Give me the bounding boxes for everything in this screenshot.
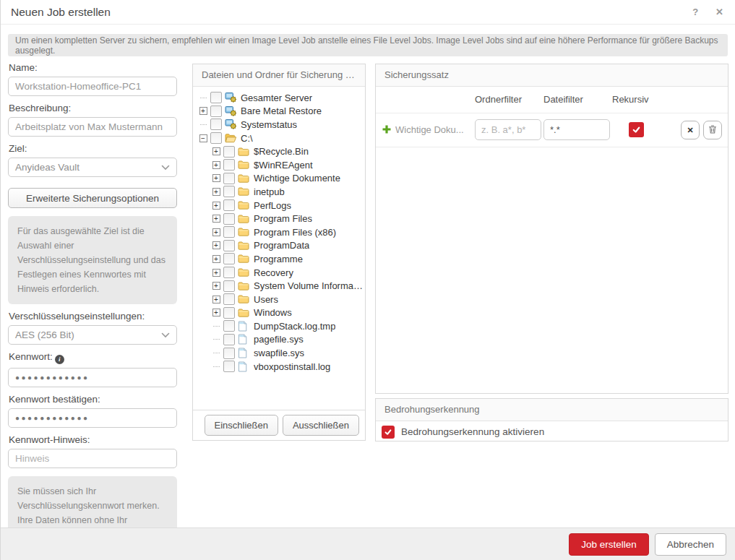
tree-item-checkbox[interactable]: [223, 240, 235, 251]
tree-item-label[interactable]: DumpStack.log.tmp: [254, 321, 335, 332]
password-hint-input[interactable]: [8, 449, 177, 468]
tree-item[interactable]: + $Recycle.Bin: [194, 145, 364, 158]
tree-expander[interactable]: +: [199, 107, 207, 115]
tree-item-checkbox[interactable]: [223, 307, 235, 319]
tree-item[interactable]: + Users: [194, 293, 364, 306]
tree-item-label[interactable]: pagefile.sys: [254, 334, 304, 345]
tree-item[interactable]: DumpStack.log.tmp: [194, 319, 364, 333]
tree-item[interactable]: + PerfLogs: [194, 199, 364, 212]
tree-item-label[interactable]: $Recycle.Bin: [254, 146, 309, 157]
recursive-checkbox[interactable]: [629, 122, 644, 137]
tree-item-checkbox[interactable]: [223, 334, 235, 345]
tree-expander[interactable]: +: [212, 228, 220, 236]
advanced-options-button[interactable]: Erweiterte Sicherungsoptionen: [8, 188, 177, 208]
tree-item-checkbox[interactable]: [223, 213, 235, 225]
tree-item-checkbox[interactable]: [223, 267, 235, 278]
tree-expander[interactable]: +: [212, 215, 220, 223]
tree-item-label[interactable]: Programme: [254, 254, 303, 264]
help-icon[interactable]: ?: [692, 7, 698, 17]
tree-item-label[interactable]: swapfile.sys: [254, 348, 304, 358]
tree-item-label[interactable]: Program Files: [254, 213, 312, 224]
name-input[interactable]: [8, 77, 177, 96]
tree-item[interactable]: Systemstatus: [194, 118, 364, 132]
folder-filter-input[interactable]: [475, 119, 541, 140]
tree-item-label[interactable]: Recovery: [254, 267, 293, 278]
tree-item-label[interactable]: ProgramData: [254, 240, 309, 251]
tree-expander[interactable]: +: [212, 255, 220, 263]
tree-item-label[interactable]: Systemstatus: [241, 119, 297, 130]
tree-item[interactable]: + Windows: [194, 306, 364, 320]
description-input[interactable]: [8, 117, 177, 137]
tree-item-checkbox[interactable]: [223, 280, 235, 292]
tree-item-checkbox[interactable]: [223, 361, 235, 372]
tree-item-checkbox[interactable]: [223, 320, 235, 332]
tree-item[interactable]: + Recovery: [194, 266, 364, 280]
create-job-button[interactable]: Job erstellen: [569, 533, 649, 556]
cancel-button[interactable]: Abbrechen: [655, 533, 726, 556]
tree-item-label[interactable]: System Volume Information: [254, 280, 364, 291]
tree-item-label[interactable]: $WinREAgent: [254, 160, 313, 171]
tree-expander[interactable]: +: [212, 188, 220, 196]
tree-item-checkbox[interactable]: [223, 186, 235, 197]
tree-expander[interactable]: +: [212, 174, 220, 182]
file-filter-input[interactable]: [543, 119, 610, 140]
password-input[interactable]: ●●●●●●●●●●●●: [8, 368, 177, 387]
tree-item[interactable]: + ProgramData: [194, 239, 364, 253]
threat-detection-checkbox[interactable]: [382, 426, 395, 439]
tree-item[interactable]: + Programme: [194, 252, 364, 266]
exclude-button[interactable]: Ausschließen: [283, 415, 359, 436]
tree-expander[interactable]: −: [199, 134, 207, 142]
tree-expander[interactable]: +: [212, 241, 220, 249]
tree-item-checkbox[interactable]: [223, 146, 235, 158]
tree-item-label[interactable]: inetpub: [254, 186, 285, 197]
tree-item[interactable]: Gesamter Server: [194, 91, 364, 105]
tree-expander[interactable]: +: [212, 202, 220, 210]
folder-icon: [238, 293, 250, 305]
tree-item-checkbox[interactable]: [223, 293, 235, 305]
tree-item-label[interactable]: Users: [254, 294, 278, 305]
tree-item-checkbox[interactable]: [210, 132, 222, 144]
tree-item-label[interactable]: vboxpostinstall.log: [254, 361, 330, 372]
tree-item-checkbox[interactable]: [223, 159, 235, 171]
tree-item-checkbox[interactable]: [223, 348, 235, 359]
tree-item-checkbox[interactable]: [223, 253, 235, 264]
tree-item-checkbox[interactable]: [210, 119, 222, 130]
tree-item-label[interactable]: Windows: [254, 307, 292, 318]
file-tree-header: Dateien und Ordner für Sicherung aus...: [193, 64, 365, 87]
tree-item[interactable]: + Program Files: [194, 212, 364, 225]
tree-item-checkbox[interactable]: [223, 199, 235, 211]
tree-item[interactable]: + Bare Metal Restore: [194, 105, 364, 119]
tree-item[interactable]: + Wichtige Dokumente: [194, 172, 364, 186]
tree-item-checkbox[interactable]: [210, 92, 222, 103]
target-select[interactable]: Anyideas Vault: [8, 158, 177, 177]
tree-item-checkbox[interactable]: [210, 105, 222, 117]
tree-expander[interactable]: +: [212, 161, 220, 169]
tree-item[interactable]: + inetpub: [194, 185, 364, 199]
tree-item-checkbox[interactable]: [223, 226, 235, 238]
tree-item[interactable]: swapfile.sys: [194, 346, 364, 360]
encryption-select[interactable]: AES (256 Bit): [8, 325, 177, 345]
tree-item-label[interactable]: C:\: [241, 133, 253, 144]
tree-item-label[interactable]: Program Files (x86): [254, 227, 336, 238]
close-icon[interactable]: ✕: [715, 7, 723, 17]
tree-item[interactable]: vboxpostinstall.log: [194, 360, 364, 374]
tree-item-label[interactable]: Bare Metal Restore: [241, 105, 322, 116]
tree-item-label[interactable]: Wichtige Dokumente: [254, 173, 340, 184]
tree-expander[interactable]: +: [212, 282, 220, 290]
delete-item-button[interactable]: [703, 121, 722, 139]
tree-item[interactable]: − C:\: [194, 132, 364, 145]
tree-expander[interactable]: +: [212, 309, 220, 316]
tree-expander[interactable]: +: [212, 147, 220, 155]
tree-item[interactable]: + Program Files (x86): [194, 225, 364, 239]
tree-item-checkbox[interactable]: [223, 173, 235, 184]
tree-item-label[interactable]: Gesamter Server: [241, 92, 312, 103]
password-confirm-input[interactable]: ●●●●●●●●●●●●: [8, 408, 177, 428]
tree-item[interactable]: + $WinREAgent: [194, 158, 364, 172]
tree-item-label[interactable]: PerfLogs: [254, 200, 291, 211]
remove-item-button[interactable]: ✕: [681, 121, 700, 139]
tree-item[interactable]: pagefile.sys: [194, 333, 364, 347]
tree-item[interactable]: + System Volume Information: [194, 279, 364, 293]
include-button[interactable]: Einschließen: [205, 415, 278, 436]
tree-expander[interactable]: +: [212, 296, 220, 303]
tree-expander[interactable]: +: [212, 269, 220, 277]
